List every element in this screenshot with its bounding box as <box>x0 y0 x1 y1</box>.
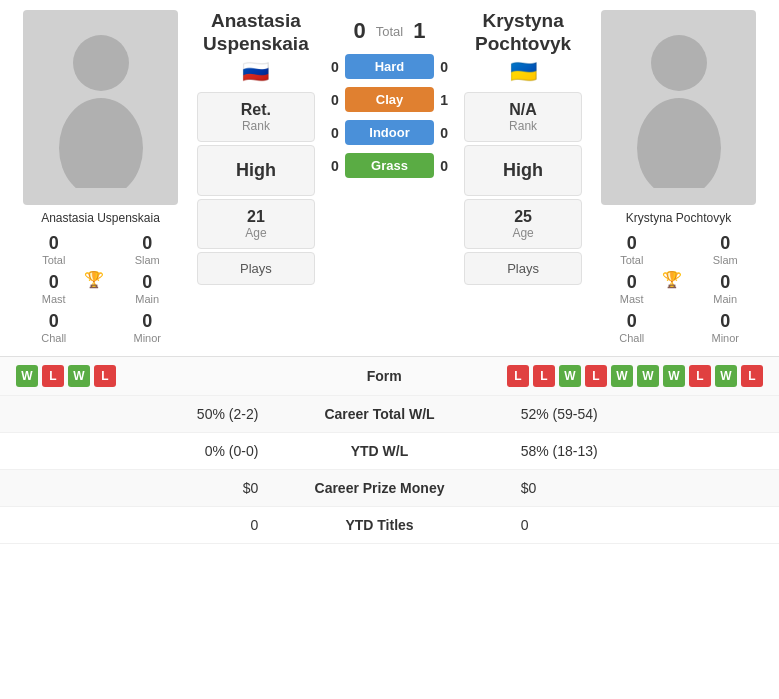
stats-row: 0YTD Titles0 <box>0 507 779 544</box>
right-chall-label: Chall <box>619 332 644 344</box>
left-high-box: High <box>197 145 315 196</box>
right-mast-label: Mast <box>620 293 644 305</box>
right-slam-value: 0 <box>720 233 730 254</box>
form-badge-left: W <box>68 365 90 387</box>
stats-right-value: 52% (59-54) <box>501 406 763 422</box>
right-slam-label: Slam <box>713 254 738 266</box>
svg-point-2 <box>651 35 707 91</box>
left-rank-box: Ret. Rank <box>197 92 315 142</box>
left-slam-value: 0 <box>142 233 152 254</box>
form-badge-right: L <box>741 365 763 387</box>
form-row: WLWL Form LLWLWWWLWL <box>0 357 779 396</box>
stats-center-label: Career Total W/L <box>258 406 500 422</box>
form-badge-left: L <box>94 365 116 387</box>
left-rank-label: Rank <box>206 119 306 133</box>
right-main-value: 0 <box>720 272 730 293</box>
stats-left-value: 50% (2-2) <box>16 406 258 422</box>
left-age-value: 21 <box>206 208 306 226</box>
form-right: LLWLWWWLWL <box>507 365 763 387</box>
left-chall-label: Chall <box>41 332 66 344</box>
left-mast-value: 0 <box>49 272 59 293</box>
stats-right-value: $0 <box>501 480 763 496</box>
right-chall-cell: 0 Chall <box>586 309 678 346</box>
stats-left-value: $0 <box>16 480 258 496</box>
left-minor-cell: 0 Minor <box>102 309 194 346</box>
clay-left-score: 0 <box>319 92 339 108</box>
right-chall-value: 0 <box>627 311 637 332</box>
svg-point-3 <box>637 98 721 188</box>
form-badge-left: W <box>16 365 38 387</box>
grass-right-score: 0 <box>440 158 460 174</box>
total-right-score: 1 <box>413 18 425 44</box>
grass-left-score: 0 <box>319 158 339 174</box>
left-slam-cell: 0 Slam <box>102 231 194 268</box>
left-plays-box: Plays <box>197 252 315 285</box>
form-badge-right: W <box>637 365 659 387</box>
right-flag: 🇺🇦 <box>510 59 537 85</box>
grass-button[interactable]: Grass <box>345 153 434 178</box>
right-minor-cell: 0 Minor <box>680 309 772 346</box>
left-chall-value: 0 <box>49 311 59 332</box>
right-mast-value: 0 <box>627 272 637 293</box>
left-mast-label: Mast <box>42 293 66 305</box>
form-badge-right: W <box>715 365 737 387</box>
stats-left-value: 0 <box>16 517 258 533</box>
left-total-value: 0 <box>49 233 59 254</box>
top-content: Anastasia Uspenskaia 0 Total 0 Slam 0 Ma… <box>0 0 779 356</box>
stats-right-value: 0 <box>501 517 763 533</box>
right-high-value: High <box>473 160 573 181</box>
center-column: AnastasiaUspenskaia 🇷🇺 Ret. Rank High 21… <box>197 10 582 346</box>
clay-button[interactable]: Clay <box>345 87 434 112</box>
left-slam-label: Slam <box>135 254 160 266</box>
stats-left-value: 0% (0-0) <box>16 443 258 459</box>
right-player-column: Krystyna Pochtovyk 0 Total 0 Slam 0 Mast <box>586 10 771 346</box>
left-minor-label: Minor <box>133 332 161 344</box>
indoor-left-score: 0 <box>319 125 339 141</box>
right-trophy-icon: 🏆 <box>662 270 682 289</box>
hard-button[interactable]: Hard <box>345 54 434 79</box>
stats-row: $0Career Prize Money$0 <box>0 470 779 507</box>
stats-rows: 50% (2-2)Career Total W/L52% (59-54)0% (… <box>0 396 779 544</box>
bottom-section: WLWL Form LLWLWWWLWL 50% (2-2)Career Tot… <box>0 356 779 544</box>
right-player-name: Krystyna Pochtovyk <box>626 211 731 225</box>
right-rank-label: Rank <box>473 119 573 133</box>
indoor-row: 0 Indoor 0 <box>319 120 460 145</box>
total-label: Total <box>376 24 403 39</box>
right-main-cell: 🏆 0 Main <box>680 270 772 307</box>
form-badge-right: L <box>507 365 529 387</box>
form-badge-right: W <box>611 365 633 387</box>
svg-point-0 <box>73 35 129 91</box>
form-badge-right: L <box>533 365 555 387</box>
svg-point-1 <box>59 98 143 188</box>
main-container: Anastasia Uspenskaia 0 Total 0 Slam 0 Ma… <box>0 0 779 544</box>
total-row: 0 Total 1 <box>319 18 460 44</box>
left-total-cell: 0 Total <box>8 231 100 268</box>
stats-row: 0% (0-0)YTD W/L58% (18-13) <box>0 433 779 470</box>
hard-left-score: 0 <box>319 59 339 75</box>
right-minor-label: Minor <box>711 332 739 344</box>
right-slam-cell: 0 Slam <box>680 231 772 268</box>
stats-center-label: YTD Titles <box>258 517 500 533</box>
right-total-cell: 0 Total <box>586 231 678 268</box>
hard-right-score: 0 <box>440 59 460 75</box>
left-rank-value: Ret. <box>206 101 306 119</box>
stats-center-label: YTD W/L <box>258 443 500 459</box>
right-rank-value: N/A <box>473 101 573 119</box>
form-center-label: Form <box>262 368 508 384</box>
form-badge-right: W <box>663 365 685 387</box>
left-player-header-name: AnastasiaUspenskaia <box>203 10 309 56</box>
left-age-box: 21 Age <box>197 199 315 249</box>
clay-row: 0 Clay 1 <box>319 87 460 112</box>
form-left: WLWL <box>16 365 262 387</box>
left-main-label: Main <box>135 293 159 305</box>
indoor-button[interactable]: Indoor <box>345 120 434 145</box>
left-main-value: 0 <box>142 272 152 293</box>
indoor-right-score: 0 <box>440 125 460 141</box>
left-chall-cell: 0 Chall <box>8 309 100 346</box>
right-plays-label: Plays <box>507 261 539 276</box>
right-main-label: Main <box>713 293 737 305</box>
right-age-box: 25 Age <box>464 199 582 249</box>
left-high-value: High <box>206 160 306 181</box>
left-player-name: Anastasia Uspenskaia <box>41 211 160 225</box>
right-player-header-name: KrystynaPochtovyk <box>475 10 571 56</box>
